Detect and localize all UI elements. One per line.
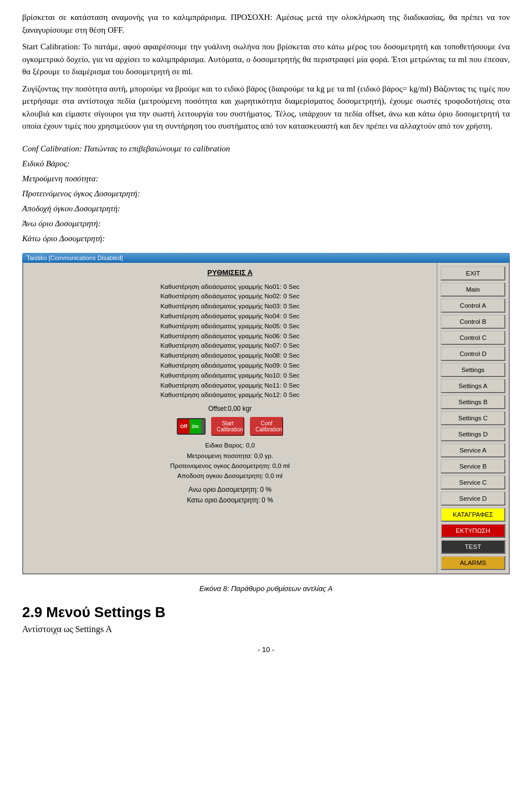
sidebar-settings-b-button[interactable]: Settings B: [441, 395, 505, 409]
sidebar-settings-d-button[interactable]: Settings D: [441, 427, 505, 441]
sidebar-test-button[interactable]: TEST: [441, 540, 505, 554]
delay-line-10: Καθυστέρηση αδειάσματος γραμμής No10: 0 …: [34, 371, 426, 381]
window-sidebar: EXIT Main Control A Control B Control C …: [437, 263, 509, 573]
sidebar-service-d-button[interactable]: Service D: [441, 491, 505, 506]
info-line-1: Ειδικο Βαρος: 0,0: [34, 440, 426, 450]
sidebar-control-c-button[interactable]: Control C: [441, 330, 505, 345]
sidebar-settings-button[interactable]: Settings: [441, 363, 505, 377]
delay-line-4: Καθυστέρηση αδειάσματος γραμμής No04: 0 …: [34, 312, 426, 322]
conf-line-1: Ειδικό Βάρος:: [22, 156, 510, 171]
info-line-3: Προτεινομενος ογκος Δοσομετρητη: 0,0 ml: [34, 461, 426, 471]
start-calibration-button[interactable]: Start Calibration: [211, 417, 244, 436]
delay-line-9: Καθυστέρηση αδειάσματος γραμμής No09: 0 …: [34, 361, 426, 371]
section-heading: 2.9 Μενού Settings B: [22, 604, 510, 621]
toggle-on-label: On: [190, 419, 201, 434]
conf-calibration-button[interactable]: Conf Calibration: [250, 417, 283, 436]
window-main-title: ΡΥΘΜΙΣΕΙΣ Α: [34, 268, 426, 277]
page-number: - 10 -: [22, 645, 510, 654]
conf-line-5: Άνω όριο Δοσομετρητή:: [22, 216, 510, 231]
sidebar-control-d-button[interactable]: Control D: [441, 347, 505, 361]
conf-line-6: Κάτω όριο Δοσομετρητή:: [22, 231, 510, 246]
conf-line-3: Προτεινόμενος όγκος Δοσομετρητή:: [22, 186, 510, 201]
toggle-switch[interactable]: Off On: [177, 418, 206, 435]
delay-line-7: Καθυστέρηση αδειάσματος γραμμής No07: 0 …: [34, 341, 426, 351]
delay-line-6: Καθυστέρηση αδειάσματος γραμμής No06: 0 …: [34, 332, 426, 342]
paragraph-3: Ζυγίζοντας την ποσότητα αυτή, μπορούμε ν…: [22, 83, 510, 133]
sidebar-service-a-button[interactable]: Service A: [441, 443, 505, 457]
limit-line-2: Κατω οριο Δοσομετρητη: 0 %: [34, 495, 426, 506]
sidebar-alarms-button[interactable]: ALARMS: [441, 556, 505, 570]
sidebar-service-c-button[interactable]: Service C: [441, 475, 505, 490]
delay-list: Καθυστέρηση αδειάσματος γραμμής No01: 0 …: [34, 282, 426, 401]
sidebar-control-a-button[interactable]: Control A: [441, 298, 505, 313]
settings-window: Taistiko [Communications Disabled] ΡΥΘΜΙ…: [22, 253, 510, 574]
conf-title: Conf Calibration: Πατώντας το επιβεβαιών…: [22, 141, 510, 156]
delay-line-1: Καθυστέρηση αδειάσματος γραμμής No01: 0 …: [34, 282, 426, 292]
info-table: Ειδικο Βαρος: 0,0 Μετρουμενη ποσοτητα: 0…: [34, 440, 426, 481]
limits-section: Ανω οριο Δοσομετρητη: 0 % Κατω οριο Δοσο…: [34, 485, 426, 506]
conf-section: Conf Calibration: Πατώντας το επιβεβαιών…: [22, 141, 510, 246]
sidebar-exit-button[interactable]: EXIT: [441, 266, 505, 281]
sidebar-service-b-button[interactable]: Service B: [441, 459, 505, 474]
sidebar-settings-c-button[interactable]: Settings C: [441, 411, 505, 425]
main-text-block: βρίσκεται σε κατάσταση αναμονής για το κ…: [22, 11, 510, 133]
offset-line: Offset:0,00 kgr: [34, 405, 426, 413]
window-main-panel: ΡΥΘΜΙΣΕΙΣ Α Καθυστέρηση αδειάσματος γραμ…: [23, 263, 437, 573]
delay-line-8: Καθυστέρηση αδειάσματος γραμμής No08: 0 …: [34, 351, 426, 361]
sidebar-settings-a-button[interactable]: Settings A: [441, 379, 505, 393]
window-titlebar: Taistiko [Communications Disabled]: [22, 253, 510, 263]
sidebar-main-button[interactable]: Main: [441, 282, 505, 297]
sidebar-katagramfes-button[interactable]: ΚΑΤΑΓΡΑΦΕΣ: [441, 507, 505, 522]
limit-line-1: Ανω οριο Δοσομετρητη: 0 %: [34, 485, 426, 495]
delay-line-11: Καθυστέρηση αδειάσματος γραμμής No11: 0 …: [34, 381, 426, 391]
delay-line-12: Καθυστέρηση αδειάσματος γραμμής No12: 0 …: [34, 390, 426, 400]
toggle-off-label: Off: [178, 419, 190, 434]
delay-line-3: Καθυστέρηση αδειάσματος γραμμής No03: 0 …: [34, 302, 426, 312]
window-body: ΡΥΘΜΙΣΕΙΣ Α Καθυστέρηση αδειάσματος γραμ…: [22, 263, 510, 574]
conf-line-2: Μετρούμενη ποσότητα:: [22, 171, 510, 186]
section-sub: Αντίστοιχα ως Settings A: [22, 624, 510, 634]
paragraph-2: Start Calibration: Το πατάμε, αφού αφαιρ…: [22, 40, 510, 78]
conf-line-4: Αποδοχή όγκου Δοσομετρητή:: [22, 201, 510, 216]
info-line-2: Μετρουμενη ποσοτητα: 0,0 γρ.: [34, 451, 426, 461]
calib-buttons-row: Off On Start Calibration Conf Calibratio…: [34, 417, 426, 436]
sidebar-ektuposi-button[interactable]: ΕΚΤΥΠΩΣΗ: [441, 523, 505, 538]
paragraph-1: βρίσκεται σε κατάσταση αναμονής για το κ…: [22, 11, 510, 36]
sidebar-control-b-button[interactable]: Control B: [441, 314, 505, 329]
delay-line-2: Καθυστέρηση αδειάσματος γραμμής No02: 0 …: [34, 292, 426, 302]
info-line-4: Αποδοση ογκου Δοσομετρητη: 0,0 ml: [34, 471, 426, 481]
delay-line-5: Καθυστέρηση αδειάσματος γραμμής No05: 0 …: [34, 322, 426, 332]
figure-caption: Εικόνα 8: Παράθυρο ρυθμίσεων αντλίας Α: [22, 584, 510, 593]
